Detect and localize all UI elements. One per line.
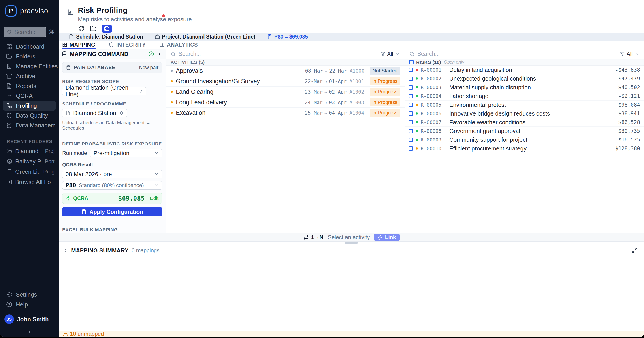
qcra-amount: $69,085 — [118, 195, 144, 202]
apply-configuration-button[interactable]: Apply Configuration — [62, 207, 162, 216]
risk-row[interactable]: R-00004 Labor shortage -$2,121 — [405, 92, 644, 100]
sidebar-item-data-quality[interactable]: Data Quality — [3, 110, 56, 120]
activities-filter-value: All — [387, 51, 393, 57]
recent-folder-green-line[interactable]: Green Li... Prog — [0, 166, 59, 177]
page-header: Risk Profiling Map risks to activities a… — [59, 0, 644, 33]
risk-row[interactable]: R-00001 Delay in land acquisition -$43,8… — [405, 66, 644, 74]
activity-end: 04-Apr — [329, 110, 346, 116]
select-all-checkbox[interactable] — [409, 60, 414, 64]
tab-mapping[interactable]: MAPPING — [62, 41, 96, 49]
sidebar-item-profiling[interactable]: Profiling — [3, 101, 56, 110]
activity-row[interactable]: Land Clearing 23-Mar 02-Apr A1002 In Pro… — [166, 87, 404, 97]
exposure-label: DEFINE PROBABILISTIC RISK EXPOSURE — [62, 141, 162, 146]
risk-checkbox[interactable] — [409, 112, 413, 116]
risk-row[interactable]: R-00008 Government grant approval $30,73… — [405, 127, 644, 136]
risk-checkbox[interactable] — [409, 76, 413, 81]
risks-list: R-00001 Delay in land acquisition -$43,8… — [405, 66, 644, 153]
sidebar-search[interactable] — [4, 27, 46, 37]
refresh-button[interactable] — [78, 25, 85, 32]
selected-scope: Diamond Station (Green Line) — [66, 84, 136, 98]
sidebar-item-folders[interactable]: Folders — [3, 52, 56, 61]
activities-search-input[interactable] — [178, 50, 378, 57]
sidebar-item-archive[interactable]: Archive — [3, 71, 56, 81]
new-pair-action[interactable]: New pair — [139, 65, 158, 70]
browse-all-folders[interactable]: Browse All Fold... — [0, 177, 59, 187]
expand-button[interactable] — [632, 247, 638, 254]
pair-database-button[interactable]: PAIR DATABASE New pair — [62, 62, 162, 73]
activity-status-badge: In Progress — [370, 77, 400, 85]
risk-row[interactable]: R-00003 Material supply chain disruption… — [405, 83, 644, 92]
sidebar-search-input[interactable] — [14, 29, 37, 35]
risk-id: R-00001 — [421, 67, 447, 73]
risk-checkbox[interactable] — [409, 103, 413, 107]
risk-checkbox[interactable] — [409, 68, 413, 72]
context-bar: Schedule: Diamond Station Project: Diamo… — [59, 33, 644, 41]
folder-open-icon — [6, 54, 12, 59]
risk-row[interactable]: R-00010 Efficient procurement strategy $… — [405, 144, 644, 153]
activity-end: 03-Apr — [329, 100, 346, 105]
risk-register-scope-label: RISK REGISTER SCOPE — [62, 79, 162, 84]
sidebar-collapse-button[interactable] — [0, 326, 59, 337]
risk-checkbox[interactable] — [409, 94, 413, 98]
selected-run-mode: Pre-mitigation — [94, 150, 129, 157]
unmapped-status: 10 unmapped — [70, 330, 104, 337]
risk-value: -$40,502 — [615, 84, 640, 90]
expand-icon — [632, 248, 638, 254]
activity-title: Long Lead delivery — [176, 99, 302, 106]
recent-folder-diamond[interactable]: Diamond ... Proj — [0, 146, 59, 156]
activity-status-badge: In Progress — [370, 88, 400, 96]
save-button[interactable] — [102, 24, 112, 33]
risk-row[interactable]: R-00009 Community support for project $1… — [405, 136, 644, 144]
risk-id: R-00010 — [421, 146, 447, 151]
open-button[interactable] — [90, 25, 97, 32]
chevron-down-icon — [154, 172, 159, 176]
activity-row[interactable]: Long Lead delivery 24-Mar 03-Apr A1003 I… — [166, 97, 404, 108]
risk-row[interactable]: R-00007 Favorable weather conditions $86… — [405, 118, 644, 127]
risks-filter[interactable]: All — [620, 51, 640, 57]
risk-checkbox[interactable] — [409, 138, 413, 142]
sidebar-item-reports[interactable]: Reports — [3, 81, 56, 91]
recent-folder-railway[interactable]: Railway P... Port — [0, 156, 59, 166]
activities-filter[interactable]: All — [381, 51, 400, 57]
risk-value: -$47,479 — [615, 76, 640, 82]
risk-checkbox[interactable] — [409, 120, 413, 124]
activity-row[interactable]: Approvals 08-Mar 22-Mar A1000 Not Starte… — [166, 66, 404, 76]
sidebar-item-data-management[interactable]: Data Managem... — [3, 120, 56, 130]
sidebar-item-dashboard[interactable]: Dashboard — [3, 42, 56, 52]
qcra-edit-link[interactable]: Edit — [150, 196, 158, 201]
risk-checkbox[interactable] — [409, 146, 413, 151]
risk-checkbox[interactable] — [409, 129, 413, 133]
link-button[interactable]: Link — [374, 234, 400, 241]
chevron-right-icon[interactable] — [63, 248, 68, 253]
risks-search-input[interactable] — [417, 50, 617, 57]
activity-code: A1002 — [349, 89, 364, 95]
sidebar-item-help[interactable]: Help — [3, 300, 56, 309]
activity-row[interactable]: Excavation 25-Mar 04-Apr A1004 In Progre… — [166, 108, 404, 118]
activity-start: 25-Mar — [305, 110, 322, 116]
risk-checkbox[interactable] — [409, 85, 413, 90]
collapse-panel-button[interactable] — [157, 51, 162, 57]
risk-row[interactable]: R-00005 Environmental protest -$98,084 — [405, 100, 644, 109]
run-mode-select[interactable]: Pre-mitigation — [90, 149, 162, 157]
sidebar-item-settings[interactable]: Settings — [3, 290, 56, 300]
risk-row[interactable]: R-00006 Innovative bridge design reduces… — [405, 109, 644, 118]
user-menu[interactable]: JS John Smith — [0, 312, 59, 326]
status-bar: 10 unmapped — [59, 330, 644, 337]
sidebar-item-manage-entities[interactable]: Manage Entities — [3, 61, 56, 71]
risk-status-dot — [416, 69, 418, 71]
tab-integrity[interactable]: INTEGRITY — [108, 41, 146, 49]
risk-id: R-00006 — [421, 111, 447, 116]
tab-analytics[interactable]: ANALYTICS — [159, 41, 198, 49]
zap-icon — [66, 196, 71, 201]
percentile-select[interactable]: P80 Standard (80% confidence) — [62, 181, 162, 190]
risk-register-scope-select[interactable]: Diamond Station (Green Line) — [62, 87, 146, 95]
risk-row[interactable]: R-00002 Unexpected geological conditions… — [405, 74, 644, 83]
sidebar-item-qcra[interactable]: QCRA — [3, 91, 56, 101]
selected-qcra-result: 08 Mar 2026 · pre — [66, 171, 112, 178]
workspace: MAPPING COMMAND PAIR DATABASE New pair R… — [59, 49, 644, 233]
schedule-select[interactable]: Diamond Station — [62, 109, 127, 117]
risk-status-dot — [416, 104, 418, 106]
activity-row[interactable]: Ground Investigation/Gi Survey 22-Mar 01… — [166, 76, 404, 87]
qcra-result-select[interactable]: 08 Mar 2026 · pre — [62, 170, 162, 178]
building-icon — [6, 63, 12, 69]
